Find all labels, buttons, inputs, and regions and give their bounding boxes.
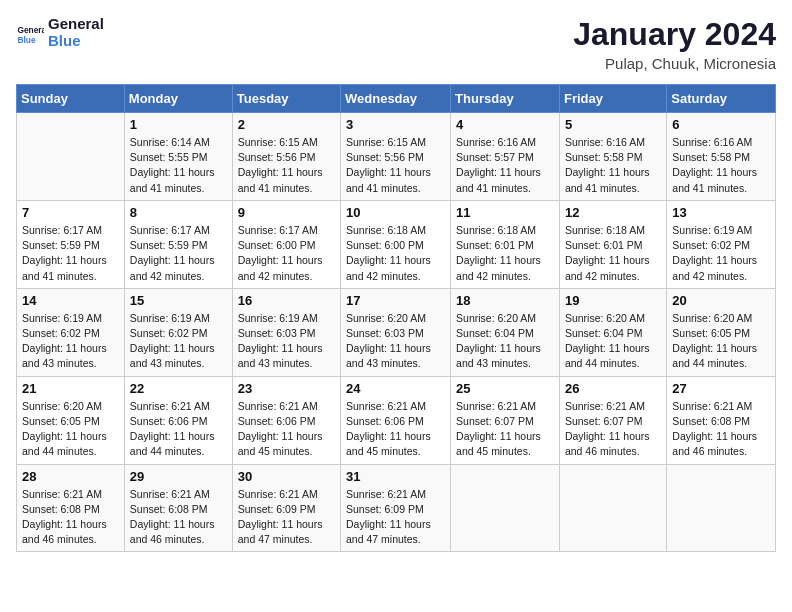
day-number: 4 [456, 117, 554, 132]
day-number: 27 [672, 381, 770, 396]
day-number: 12 [565, 205, 661, 220]
calendar-cell: 1 Sunrise: 6:14 AMSunset: 5:55 PMDayligh… [124, 113, 232, 201]
calendar-cell [559, 464, 666, 552]
calendar-cell: 9 Sunrise: 6:17 AMSunset: 6:00 PMDayligh… [232, 200, 340, 288]
calendar-cell: 21 Sunrise: 6:20 AMSunset: 6:05 PMDaylig… [17, 376, 125, 464]
calendar-cell: 30 Sunrise: 6:21 AMSunset: 6:09 PMDaylig… [232, 464, 340, 552]
calendar-cell: 19 Sunrise: 6:20 AMSunset: 6:04 PMDaylig… [559, 288, 666, 376]
day-detail: Sunrise: 6:19 AMSunset: 6:02 PMDaylight:… [672, 223, 770, 284]
header-day-tuesday: Tuesday [232, 85, 340, 113]
day-detail: Sunrise: 6:21 AMSunset: 6:08 PMDaylight:… [22, 487, 119, 548]
day-number: 21 [22, 381, 119, 396]
calendar-cell: 13 Sunrise: 6:19 AMSunset: 6:02 PMDaylig… [667, 200, 776, 288]
day-number: 3 [346, 117, 445, 132]
day-detail: Sunrise: 6:16 AMSunset: 5:57 PMDaylight:… [456, 135, 554, 196]
calendar-cell: 26 Sunrise: 6:21 AMSunset: 6:07 PMDaylig… [559, 376, 666, 464]
day-detail: Sunrise: 6:21 AMSunset: 6:09 PMDaylight:… [346, 487, 445, 548]
calendar-cell: 14 Sunrise: 6:19 AMSunset: 6:02 PMDaylig… [17, 288, 125, 376]
calendar-cell: 2 Sunrise: 6:15 AMSunset: 5:56 PMDayligh… [232, 113, 340, 201]
day-number: 7 [22, 205, 119, 220]
day-detail: Sunrise: 6:19 AMSunset: 6:03 PMDaylight:… [238, 311, 335, 372]
day-detail: Sunrise: 6:20 AMSunset: 6:03 PMDaylight:… [346, 311, 445, 372]
logo-icon: General Blue [16, 19, 44, 47]
calendar-cell: 23 Sunrise: 6:21 AMSunset: 6:06 PMDaylig… [232, 376, 340, 464]
day-detail: Sunrise: 6:21 AMSunset: 6:07 PMDaylight:… [565, 399, 661, 460]
day-number: 28 [22, 469, 119, 484]
day-detail: Sunrise: 6:15 AMSunset: 5:56 PMDaylight:… [346, 135, 445, 196]
header-day-thursday: Thursday [451, 85, 560, 113]
day-detail: Sunrise: 6:21 AMSunset: 6:07 PMDaylight:… [456, 399, 554, 460]
day-detail: Sunrise: 6:14 AMSunset: 5:55 PMDaylight:… [130, 135, 227, 196]
calendar-cell: 12 Sunrise: 6:18 AMSunset: 6:01 PMDaylig… [559, 200, 666, 288]
calendar-cell [451, 464, 560, 552]
day-number: 11 [456, 205, 554, 220]
calendar-cell: 15 Sunrise: 6:19 AMSunset: 6:02 PMDaylig… [124, 288, 232, 376]
day-detail: Sunrise: 6:20 AMSunset: 6:05 PMDaylight:… [22, 399, 119, 460]
day-detail: Sunrise: 6:20 AMSunset: 6:05 PMDaylight:… [672, 311, 770, 372]
calendar-cell: 22 Sunrise: 6:21 AMSunset: 6:06 PMDaylig… [124, 376, 232, 464]
calendar-cell [17, 113, 125, 201]
day-detail: Sunrise: 6:18 AMSunset: 6:01 PMDaylight:… [456, 223, 554, 284]
header-day-monday: Monday [124, 85, 232, 113]
header-day-saturday: Saturday [667, 85, 776, 113]
day-number: 22 [130, 381, 227, 396]
day-detail: Sunrise: 6:17 AMSunset: 5:59 PMDaylight:… [22, 223, 119, 284]
day-number: 2 [238, 117, 335, 132]
day-number: 23 [238, 381, 335, 396]
calendar-cell: 8 Sunrise: 6:17 AMSunset: 5:59 PMDayligh… [124, 200, 232, 288]
day-detail: Sunrise: 6:21 AMSunset: 6:06 PMDaylight:… [238, 399, 335, 460]
day-number: 25 [456, 381, 554, 396]
day-number: 1 [130, 117, 227, 132]
calendar-cell: 11 Sunrise: 6:18 AMSunset: 6:01 PMDaylig… [451, 200, 560, 288]
svg-text:Blue: Blue [17, 34, 35, 44]
header-row: SundayMondayTuesdayWednesdayThursdayFrid… [17, 85, 776, 113]
header-day-wednesday: Wednesday [341, 85, 451, 113]
calendar-cell: 18 Sunrise: 6:20 AMSunset: 6:04 PMDaylig… [451, 288, 560, 376]
calendar-cell: 5 Sunrise: 6:16 AMSunset: 5:58 PMDayligh… [559, 113, 666, 201]
calendar-subtitle: Pulap, Chuuk, Micronesia [573, 55, 776, 72]
day-number: 19 [565, 293, 661, 308]
day-detail: Sunrise: 6:19 AMSunset: 6:02 PMDaylight:… [22, 311, 119, 372]
day-number: 31 [346, 469, 445, 484]
week-row-1: 1 Sunrise: 6:14 AMSunset: 5:55 PMDayligh… [17, 113, 776, 201]
day-detail: Sunrise: 6:20 AMSunset: 6:04 PMDaylight:… [565, 311, 661, 372]
day-detail: Sunrise: 6:21 AMSunset: 6:08 PMDaylight:… [130, 487, 227, 548]
day-number: 29 [130, 469, 227, 484]
day-detail: Sunrise: 6:19 AMSunset: 6:02 PMDaylight:… [130, 311, 227, 372]
day-detail: Sunrise: 6:16 AMSunset: 5:58 PMDaylight:… [565, 135, 661, 196]
day-detail: Sunrise: 6:21 AMSunset: 6:09 PMDaylight:… [238, 487, 335, 548]
day-number: 20 [672, 293, 770, 308]
calendar-cell: 17 Sunrise: 6:20 AMSunset: 6:03 PMDaylig… [341, 288, 451, 376]
calendar-cell: 27 Sunrise: 6:21 AMSunset: 6:08 PMDaylig… [667, 376, 776, 464]
day-number: 16 [238, 293, 335, 308]
calendar-cell: 28 Sunrise: 6:21 AMSunset: 6:08 PMDaylig… [17, 464, 125, 552]
day-detail: Sunrise: 6:21 AMSunset: 6:08 PMDaylight:… [672, 399, 770, 460]
day-number: 24 [346, 381, 445, 396]
day-number: 9 [238, 205, 335, 220]
calendar-cell: 25 Sunrise: 6:21 AMSunset: 6:07 PMDaylig… [451, 376, 560, 464]
header-day-sunday: Sunday [17, 85, 125, 113]
calendar-cell: 6 Sunrise: 6:16 AMSunset: 5:58 PMDayligh… [667, 113, 776, 201]
day-number: 17 [346, 293, 445, 308]
day-detail: Sunrise: 6:21 AMSunset: 6:06 PMDaylight:… [346, 399, 445, 460]
day-detail: Sunrise: 6:16 AMSunset: 5:58 PMDaylight:… [672, 135, 770, 196]
day-number: 26 [565, 381, 661, 396]
day-detail: Sunrise: 6:21 AMSunset: 6:06 PMDaylight:… [130, 399, 227, 460]
header: General Blue General Blue January 2024 P… [16, 16, 776, 72]
calendar-cell: 31 Sunrise: 6:21 AMSunset: 6:09 PMDaylig… [341, 464, 451, 552]
calendar-cell: 24 Sunrise: 6:21 AMSunset: 6:06 PMDaylig… [341, 376, 451, 464]
calendar-title: January 2024 [573, 16, 776, 53]
day-number: 10 [346, 205, 445, 220]
day-number: 14 [22, 293, 119, 308]
calendar-cell: 29 Sunrise: 6:21 AMSunset: 6:08 PMDaylig… [124, 464, 232, 552]
day-number: 18 [456, 293, 554, 308]
logo-line1: General [48, 16, 104, 33]
logo: General Blue General Blue [16, 16, 104, 49]
day-number: 30 [238, 469, 335, 484]
calendar-cell: 4 Sunrise: 6:16 AMSunset: 5:57 PMDayligh… [451, 113, 560, 201]
calendar-cell: 7 Sunrise: 6:17 AMSunset: 5:59 PMDayligh… [17, 200, 125, 288]
week-row-2: 7 Sunrise: 6:17 AMSunset: 5:59 PMDayligh… [17, 200, 776, 288]
week-row-4: 21 Sunrise: 6:20 AMSunset: 6:05 PMDaylig… [17, 376, 776, 464]
day-detail: Sunrise: 6:17 AMSunset: 5:59 PMDaylight:… [130, 223, 227, 284]
week-row-5: 28 Sunrise: 6:21 AMSunset: 6:08 PMDaylig… [17, 464, 776, 552]
